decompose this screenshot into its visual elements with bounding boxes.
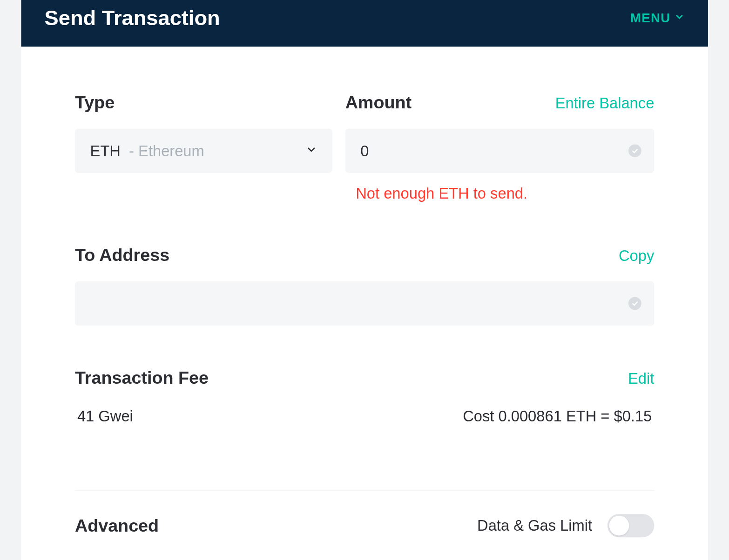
chevron-down-icon [674, 11, 685, 26]
check-circle-icon [628, 144, 641, 157]
menu-button[interactable]: MENU [630, 11, 685, 26]
copy-link[interactable]: Copy [619, 247, 654, 265]
type-name: Ethereum [138, 142, 204, 160]
to-address-input-container [75, 281, 654, 326]
type-symbol: ETH [90, 142, 121, 160]
divider [75, 490, 654, 490]
amount-label: Amount [345, 93, 412, 113]
menu-label: MENU [630, 11, 670, 26]
chevron-down-icon [305, 144, 317, 158]
fee-label: Transaction Fee [75, 368, 209, 388]
page-title: Send Transaction [45, 6, 220, 31]
fee-edit-link[interactable]: Edit [628, 369, 654, 387]
check-circle-icon [628, 297, 641, 310]
fee-gwei: 41 Gwei [77, 407, 133, 426]
entire-balance-link[interactable]: Entire Balance [555, 94, 655, 112]
to-address-label: To Address [75, 245, 169, 265]
type-select-value: ETH - Ethereum [90, 142, 204, 160]
advanced-toggle[interactable] [608, 514, 655, 537]
amount-input[interactable] [360, 142, 639, 160]
to-address-input[interactable] [90, 294, 639, 313]
type-label: Type [75, 93, 115, 113]
toggle-knob [609, 516, 629, 536]
amount-input-container [345, 129, 655, 173]
advanced-label: Advanced [75, 516, 159, 536]
fee-cost: Cost 0.000861 ETH = $0.15 [463, 407, 652, 426]
type-select[interactable]: ETH - Ethereum [75, 129, 332, 173]
amount-error: Not enough ETH to send. [345, 185, 655, 203]
advanced-toggle-label: Data & Gas Limit [477, 517, 592, 535]
card-header: Send Transaction MENU [21, 0, 708, 47]
